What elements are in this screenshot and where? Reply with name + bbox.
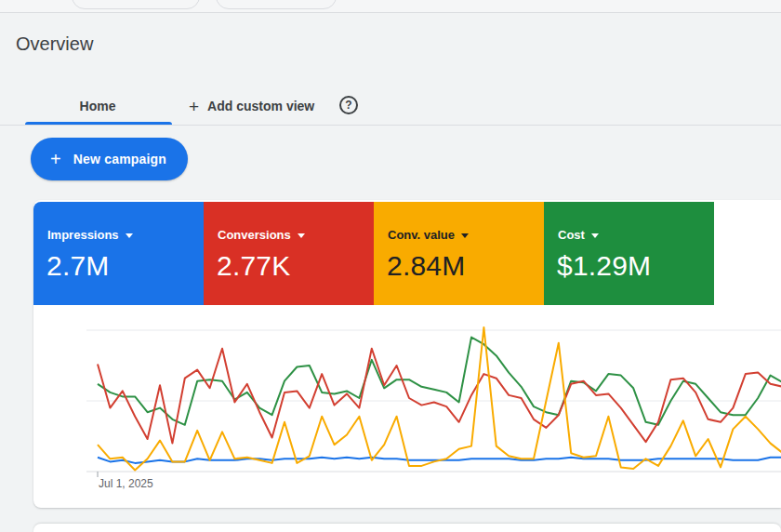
- scorecard-cost[interactable]: Cost $1.29M: [544, 202, 714, 305]
- chart-line-cost: [98, 338, 781, 425]
- chevron-down-icon: [126, 233, 133, 238]
- tab-home-label: Home: [80, 99, 116, 113]
- chevron-down-icon: [461, 233, 469, 238]
- top-toolbar-strip: [0, 0, 781, 12]
- chevron-down-icon: [591, 233, 599, 238]
- scorecard-label: Conv. value: [388, 228, 455, 242]
- help-icon[interactable]: ?: [339, 96, 358, 114]
- new-campaign-label: New campaign: [73, 152, 166, 166]
- scorecard-conversions[interactable]: Conversions 2.77K: [204, 202, 374, 305]
- scorecard-conv-value[interactable]: Conv. value 2.84M: [374, 202, 544, 305]
- new-campaign-button[interactable]: + New campaign: [31, 138, 188, 180]
- scorecard-label: Impressions: [47, 228, 119, 242]
- tab-add-custom-view[interactable]: + Add custom view: [179, 88, 328, 124]
- plus-icon: +: [50, 150, 61, 168]
- chevron-down-icon: [298, 233, 305, 238]
- toolbar-chip-left[interactable]: [72, 0, 200, 9]
- toolbar-chip-right[interactable]: [216, 0, 337, 9]
- tabs-divider: [0, 125, 781, 126]
- tab-home[interactable]: Home: [23, 88, 172, 124]
- scorecard-value: $1.29M: [557, 250, 651, 282]
- tab-add-custom-view-label: Add custom view: [207, 99, 314, 113]
- scorecard-label: Conversions: [218, 228, 291, 242]
- chart-line-conv-value: [98, 327, 781, 471]
- plus-icon: +: [189, 98, 199, 115]
- page-title: Overview: [16, 32, 93, 56]
- scorecard-value: 2.77K: [217, 250, 290, 282]
- scorecard-value: 2.84M: [387, 250, 465, 282]
- scorecard-impressions[interactable]: Impressions 2.7M: [33, 202, 204, 305]
- x-axis-first-tick-label: Jul 1, 2025: [99, 477, 153, 490]
- scorecard-label: Cost: [558, 228, 585, 242]
- google-ads-overview-page: Overview Home + Add custom view ? + New …: [0, 0, 781, 532]
- top-divider: [0, 12, 781, 13]
- next-section-card: [33, 524, 781, 532]
- scorecard-value: 2.7M: [46, 250, 110, 282]
